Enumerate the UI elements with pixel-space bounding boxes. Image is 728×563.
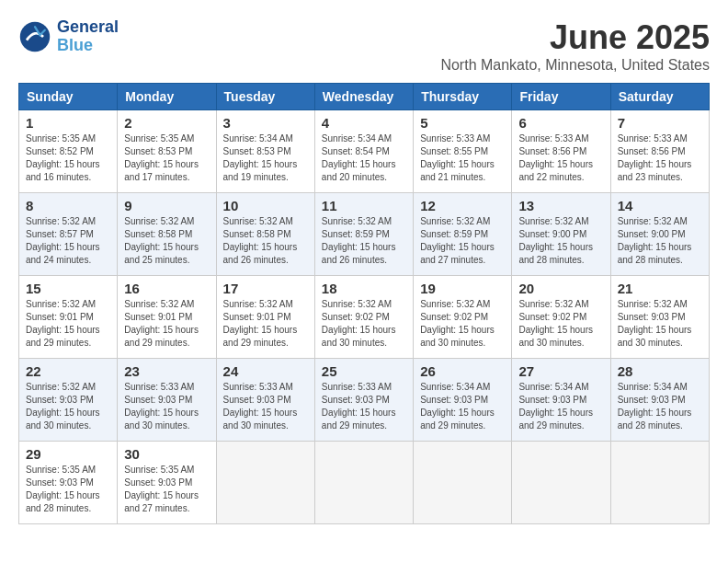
calendar-day-cell: 5Sunrise: 5:33 AMSunset: 8:55 PMDaylight… (414, 110, 512, 193)
day-info: Sunrise: 5:32 AMSunset: 9:01 PMDaylight:… (223, 298, 308, 350)
calendar-day-cell: 12Sunrise: 5:32 AMSunset: 8:59 PMDayligh… (414, 193, 512, 276)
day-info: Sunrise: 5:33 AMSunset: 8:56 PMDaylight:… (518, 132, 603, 184)
day-number: 22 (26, 363, 110, 379)
day-info: Sunrise: 5:35 AMSunset: 8:53 PMDaylight:… (124, 132, 209, 184)
day-number: 18 (322, 281, 406, 296)
calendar-day-cell: 15Sunrise: 5:32 AMSunset: 9:01 PMDayligh… (19, 276, 118, 359)
weekday-header-monday: Monday (118, 84, 216, 110)
day-info: Sunrise: 5:33 AMSunset: 9:03 PMDaylight:… (223, 381, 308, 432)
day-info: Sunrise: 5:32 AMSunset: 9:00 PMDaylight:… (518, 215, 603, 267)
day-info: Sunrise: 5:33 AMSunset: 9:03 PMDaylight:… (124, 381, 209, 432)
day-number: 26 (420, 363, 505, 379)
day-number: 28 (618, 363, 702, 379)
calendar-day-cell: 4Sunrise: 5:34 AMSunset: 8:54 PMDaylight… (314, 110, 413, 193)
calendar-day-cell: 13Sunrise: 5:32 AMSunset: 9:00 PMDayligh… (512, 193, 610, 276)
day-info: Sunrise: 5:34 AMSunset: 8:54 PMDaylight:… (322, 132, 406, 184)
day-number: 13 (518, 198, 603, 213)
calendar-day-cell: 22Sunrise: 5:32 AMSunset: 9:03 PMDayligh… (19, 359, 118, 442)
day-number: 2 (124, 115, 209, 131)
day-number: 17 (223, 281, 308, 296)
calendar-day-cell: 9Sunrise: 5:32 AMSunset: 8:58 PMDaylight… (118, 193, 216, 276)
day-number: 10 (223, 198, 308, 213)
calendar-day-cell (314, 442, 413, 524)
calendar-day-cell (512, 442, 610, 524)
weekday-header-thursday: Thursday (414, 84, 512, 110)
calendar-day-cell: 29Sunrise: 5:35 AMSunset: 9:03 PMDayligh… (19, 442, 118, 524)
calendar-week-row: 1Sunrise: 5:35 AMSunset: 8:52 PMDaylight… (19, 110, 710, 193)
day-info: Sunrise: 5:32 AMSunset: 8:58 PMDaylight:… (223, 215, 308, 267)
day-number: 15 (26, 281, 110, 296)
weekday-header-tuesday: Tuesday (216, 84, 314, 110)
calendar-day-cell (610, 442, 709, 524)
calendar-day-cell: 6Sunrise: 5:33 AMSunset: 8:56 PMDaylight… (512, 110, 610, 193)
day-info: Sunrise: 5:32 AMSunset: 9:02 PMDaylight:… (518, 298, 603, 350)
day-info: Sunrise: 5:32 AMSunset: 9:01 PMDaylight:… (26, 298, 110, 350)
day-info: Sunrise: 5:35 AMSunset: 8:52 PMDaylight:… (26, 132, 110, 184)
day-info: Sunrise: 5:32 AMSunset: 8:58 PMDaylight:… (124, 215, 209, 267)
logo: General Blue (18, 18, 119, 55)
day-number: 14 (618, 198, 702, 213)
day-number: 20 (518, 281, 603, 296)
calendar-day-cell: 17Sunrise: 5:32 AMSunset: 9:01 PMDayligh… (216, 276, 314, 359)
calendar-week-row: 29Sunrise: 5:35 AMSunset: 9:03 PMDayligh… (19, 442, 710, 524)
day-number: 4 (322, 115, 406, 131)
calendar-day-cell: 21Sunrise: 5:32 AMSunset: 9:03 PMDayligh… (610, 276, 709, 359)
calendar-day-cell (216, 442, 314, 524)
day-info: Sunrise: 5:32 AMSunset: 9:02 PMDaylight:… (420, 298, 505, 350)
logo-line2: Blue (57, 37, 119, 55)
calendar-day-cell: 8Sunrise: 5:32 AMSunset: 8:57 PMDaylight… (19, 193, 118, 276)
day-number: 24 (223, 363, 308, 379)
calendar-week-row: 8Sunrise: 5:32 AMSunset: 8:57 PMDaylight… (19, 193, 710, 276)
day-number: 9 (124, 198, 209, 213)
calendar-day-cell: 28Sunrise: 5:34 AMSunset: 9:03 PMDayligh… (610, 359, 709, 442)
calendar-day-cell: 11Sunrise: 5:32 AMSunset: 8:59 PMDayligh… (314, 193, 413, 276)
calendar-day-cell: 7Sunrise: 5:33 AMSunset: 8:56 PMDaylight… (610, 110, 709, 193)
day-number: 16 (124, 281, 209, 296)
calendar: SundayMondayTuesdayWednesdayThursdayFrid… (18, 83, 710, 524)
day-info: Sunrise: 5:33 AMSunset: 8:55 PMDaylight:… (420, 132, 505, 184)
calendar-day-cell: 30Sunrise: 5:35 AMSunset: 9:03 PMDayligh… (118, 442, 216, 524)
logo-text: General Blue (57, 18, 119, 55)
day-info: Sunrise: 5:35 AMSunset: 9:03 PMDaylight:… (124, 464, 209, 515)
day-info: Sunrise: 5:33 AMSunset: 8:56 PMDaylight:… (618, 132, 702, 184)
day-info: Sunrise: 5:32 AMSunset: 9:00 PMDaylight:… (618, 215, 702, 267)
day-number: 5 (420, 115, 505, 131)
calendar-day-cell: 23Sunrise: 5:33 AMSunset: 9:03 PMDayligh… (118, 359, 216, 442)
day-number: 23 (124, 363, 209, 379)
weekday-header-friday: Friday (512, 84, 610, 110)
day-number: 11 (322, 198, 406, 213)
day-info: Sunrise: 5:34 AMSunset: 9:03 PMDaylight:… (518, 381, 603, 432)
day-number: 29 (26, 446, 110, 462)
day-info: Sunrise: 5:34 AMSunset: 9:03 PMDaylight:… (618, 381, 702, 432)
day-info: Sunrise: 5:32 AMSunset: 8:59 PMDaylight:… (420, 215, 505, 267)
calendar-day-cell: 16Sunrise: 5:32 AMSunset: 9:01 PMDayligh… (118, 276, 216, 359)
day-info: Sunrise: 5:35 AMSunset: 9:03 PMDaylight:… (26, 464, 110, 515)
calendar-day-cell: 24Sunrise: 5:33 AMSunset: 9:03 PMDayligh… (216, 359, 314, 442)
day-info: Sunrise: 5:34 AMSunset: 9:03 PMDaylight:… (420, 381, 505, 432)
page-header: General Blue June 2025 North Mankato, Mi… (18, 18, 710, 74)
day-number: 27 (518, 363, 603, 379)
day-number: 7 (618, 115, 702, 131)
day-info: Sunrise: 5:32 AMSunset: 9:03 PMDaylight:… (26, 381, 110, 432)
calendar-day-cell: 19Sunrise: 5:32 AMSunset: 9:02 PMDayligh… (414, 276, 512, 359)
day-info: Sunrise: 5:32 AMSunset: 9:01 PMDaylight:… (124, 298, 209, 350)
title-area: June 2025 North Mankato, Minnesota, Unit… (440, 18, 710, 74)
calendar-day-cell: 2Sunrise: 5:35 AMSunset: 8:53 PMDaylight… (118, 110, 216, 193)
day-number: 25 (322, 363, 406, 379)
calendar-day-cell: 14Sunrise: 5:32 AMSunset: 9:00 PMDayligh… (610, 193, 709, 276)
day-number: 21 (618, 281, 702, 296)
calendar-day-cell: 20Sunrise: 5:32 AMSunset: 9:02 PMDayligh… (512, 276, 610, 359)
day-number: 30 (124, 446, 209, 462)
calendar-day-cell: 10Sunrise: 5:32 AMSunset: 8:58 PMDayligh… (216, 193, 314, 276)
day-number: 19 (420, 281, 505, 296)
calendar-week-row: 15Sunrise: 5:32 AMSunset: 9:01 PMDayligh… (19, 276, 710, 359)
logo-icon (18, 20, 51, 53)
calendar-day-cell: 3Sunrise: 5:34 AMSunset: 8:53 PMDaylight… (216, 110, 314, 193)
day-number: 12 (420, 198, 505, 213)
day-number: 3 (223, 115, 308, 131)
day-number: 8 (26, 198, 110, 213)
logo-line1: General (57, 18, 119, 37)
calendar-day-cell: 18Sunrise: 5:32 AMSunset: 9:02 PMDayligh… (314, 276, 413, 359)
weekday-header-sunday: Sunday (19, 84, 118, 110)
day-info: Sunrise: 5:32 AMSunset: 8:57 PMDaylight:… (26, 215, 110, 267)
